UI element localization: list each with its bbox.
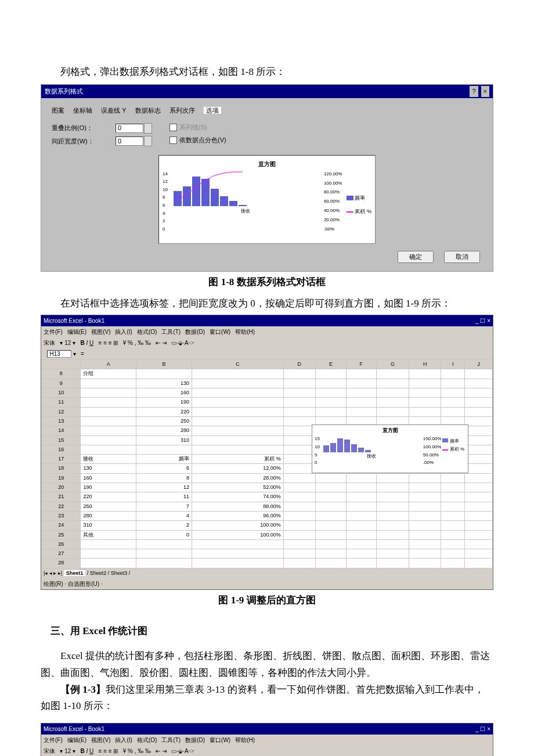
cell[interactable]: 9: [42, 379, 81, 388]
cell[interactable]: [136, 559, 192, 568]
cell[interactable]: [347, 483, 376, 492]
cell[interactable]: [441, 539, 465, 549]
cell[interactable]: 8: [42, 369, 81, 379]
cell[interactable]: [283, 473, 315, 483]
cell[interactable]: [409, 521, 441, 530]
cell[interactable]: [136, 539, 192, 549]
cell[interactable]: [465, 435, 493, 445]
cell[interactable]: [192, 416, 283, 426]
col-header[interactable]: H: [409, 360, 441, 369]
cell[interactable]: [441, 407, 465, 416]
cell[interactable]: 25: [42, 530, 81, 539]
cell[interactable]: [441, 379, 465, 388]
cell[interactable]: [409, 502, 441, 511]
cell[interactable]: 190: [81, 483, 136, 492]
cell[interactable]: 28.00%: [192, 473, 283, 483]
cell[interactable]: [192, 407, 283, 416]
cell[interactable]: [347, 388, 376, 398]
cell[interactable]: [283, 455, 315, 464]
cell[interactable]: [465, 398, 493, 407]
cell[interactable]: [283, 530, 315, 539]
cell[interactable]: [315, 369, 346, 379]
cell[interactable]: 16: [42, 445, 81, 454]
cell[interactable]: [376, 473, 409, 483]
cell[interactable]: [315, 549, 346, 559]
cell[interactable]: [315, 398, 346, 407]
cell[interactable]: [283, 549, 315, 559]
cell[interactable]: [465, 559, 493, 568]
cell[interactable]: [441, 502, 465, 511]
cell[interactable]: [347, 511, 376, 520]
cell[interactable]: 8: [136, 473, 192, 483]
cell[interactable]: [409, 483, 441, 492]
cell[interactable]: 130: [136, 379, 192, 388]
cell[interactable]: [283, 559, 315, 568]
cell[interactable]: [347, 502, 376, 511]
cell[interactable]: 11: [136, 492, 192, 502]
cell[interactable]: [283, 445, 315, 454]
cell[interactable]: [136, 549, 192, 559]
cell[interactable]: 220: [136, 407, 192, 416]
cell[interactable]: [465, 483, 493, 492]
col-header[interactable]: J: [465, 360, 493, 369]
gap-input[interactable]: 0: [116, 136, 143, 146]
cell[interactable]: [465, 407, 493, 416]
cell[interactable]: [441, 483, 465, 492]
cell[interactable]: 22: [42, 502, 81, 511]
col-header[interactable]: A: [81, 360, 136, 369]
cell[interactable]: [315, 492, 346, 502]
help-icon[interactable]: ?: [470, 86, 478, 97]
cell[interactable]: [192, 445, 283, 454]
cell[interactable]: 15: [42, 435, 81, 445]
cell[interactable]: [465, 549, 493, 559]
cell[interactable]: 10: [42, 388, 81, 398]
cell[interactable]: [315, 530, 346, 539]
cell[interactable]: [376, 388, 409, 398]
cell[interactable]: 28: [42, 559, 81, 568]
cell[interactable]: 11: [42, 398, 81, 407]
cell[interactable]: [81, 539, 136, 549]
cell[interactable]: 130: [81, 464, 136, 473]
cell[interactable]: [465, 539, 493, 549]
col-header[interactable]: B: [136, 360, 192, 369]
cell[interactable]: 88.00%: [192, 502, 283, 511]
cell[interactable]: [441, 530, 465, 539]
col-header[interactable]: F: [347, 360, 376, 369]
cell[interactable]: [283, 435, 315, 445]
cell[interactable]: [283, 426, 315, 435]
cell[interactable]: [376, 398, 409, 407]
cell[interactable]: [409, 492, 441, 502]
cell[interactable]: [192, 388, 283, 398]
ok-button[interactable]: 确定: [398, 251, 434, 263]
cell[interactable]: [376, 511, 409, 520]
cell[interactable]: [441, 369, 465, 379]
cell[interactable]: 96.00%: [192, 511, 283, 520]
cell[interactable]: [315, 388, 346, 398]
cell[interactable]: [347, 521, 376, 530]
cell[interactable]: [315, 473, 346, 483]
cell[interactable]: [376, 521, 409, 530]
cell[interactable]: [192, 426, 283, 435]
cell[interactable]: [465, 492, 493, 502]
cell[interactable]: 26: [42, 539, 81, 549]
cell[interactable]: [315, 559, 346, 568]
cell[interactable]: 100.00%: [192, 521, 283, 530]
cell[interactable]: [409, 388, 441, 398]
draw-toolbar-1[interactable]: 绘图(R) · 自选图形(U) ·: [41, 578, 493, 589]
cell[interactable]: [315, 521, 346, 530]
cell[interactable]: [192, 539, 283, 549]
cell[interactable]: [465, 455, 493, 464]
cell[interactable]: [376, 379, 409, 388]
excel-format-bar-2[interactable]: 宋体 ▾ 12 ▾ B I U ≡ ≡ ≡ ⊞ ¥ % , ‰ ‰ ⇤ ⇥ ▭·…: [41, 746, 493, 756]
tab-error[interactable]: 误差线 Y: [101, 107, 126, 114]
cell[interactable]: [409, 511, 441, 520]
cell[interactable]: [347, 549, 376, 559]
cell[interactable]: [81, 445, 136, 454]
cell[interactable]: 280: [81, 511, 136, 520]
cell[interactable]: 24: [42, 521, 81, 530]
cell[interactable]: [441, 398, 465, 407]
cell[interactable]: [315, 511, 346, 520]
col-header[interactable]: I: [441, 360, 465, 369]
cell[interactable]: [315, 407, 346, 416]
cell[interactable]: [465, 426, 493, 435]
